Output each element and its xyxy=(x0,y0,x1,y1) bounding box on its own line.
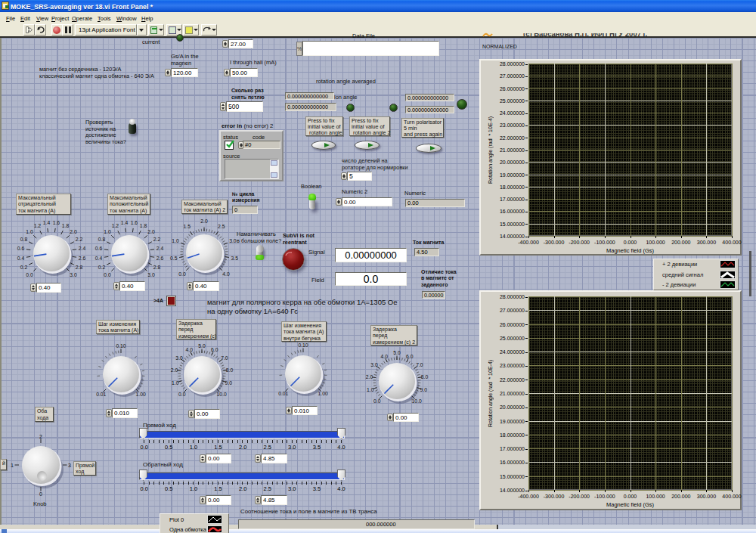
svg-text:0.6: 0.6 xyxy=(17,246,25,251)
svg-text:3.5: 3.5 xyxy=(231,256,238,261)
svg-text:6.0: 6.0 xyxy=(406,354,414,359)
svg-text:0.2: 0.2 xyxy=(20,265,28,270)
svg-text:2.6: 2.6 xyxy=(156,256,164,261)
svg-text:2.0: 2.0 xyxy=(366,374,373,380)
svg-text:7.0: 7.0 xyxy=(416,362,423,367)
svg-text:0.4: 0.4 xyxy=(95,256,103,261)
svg-text:4.0: 4.0 xyxy=(222,271,230,277)
svg-text:8.0: 8.0 xyxy=(226,367,234,373)
svg-text:7.0: 7.0 xyxy=(221,355,228,361)
svg-text:1.0: 1.0 xyxy=(172,238,179,243)
svg-text:1.4: 1.4 xyxy=(43,220,51,225)
svg-text:3.0: 3.0 xyxy=(370,362,378,367)
svg-text:3.0: 3.0 xyxy=(175,355,183,361)
svg-text:0.8: 0.8 xyxy=(98,237,106,242)
svg-text:0.8: 0.8 xyxy=(20,237,28,242)
svg-text:9.0: 9.0 xyxy=(420,387,427,392)
svg-text:1: 1 xyxy=(11,463,14,468)
svg-text:0.4: 0.4 xyxy=(17,256,25,261)
svg-text:2.4: 2.4 xyxy=(156,246,164,251)
svg-text:1.8: 1.8 xyxy=(62,223,70,228)
svg-text:0.0: 0.0 xyxy=(178,392,186,397)
svg-text:2.2: 2.2 xyxy=(153,237,161,242)
svg-text:0.0: 0.0 xyxy=(373,398,381,404)
svg-text:10.0: 10.0 xyxy=(217,392,227,397)
svg-text:1.4: 1.4 xyxy=(121,220,129,225)
svg-text:5.0: 5.0 xyxy=(198,343,206,349)
svg-text:1.00: 1.00 xyxy=(318,391,328,396)
svg-text:1.0: 1.0 xyxy=(26,229,33,234)
svg-text:0: 0 xyxy=(39,491,42,497)
svg-text:10.0: 10.0 xyxy=(412,398,422,404)
svg-text:0.0: 0.0 xyxy=(26,272,33,277)
svg-text:2.6: 2.6 xyxy=(79,256,86,261)
svg-text:1.0: 1.0 xyxy=(172,380,179,386)
svg-text:0.0: 0.0 xyxy=(178,271,186,277)
svg-text:5.0: 5.0 xyxy=(393,350,401,355)
svg-text:0.01: 0.01 xyxy=(96,392,106,397)
svg-text:1.5: 1.5 xyxy=(183,224,191,229)
svg-text:4.0: 4.0 xyxy=(380,354,388,359)
svg-text:2.0: 2.0 xyxy=(147,229,155,234)
svg-text:2.0: 2.0 xyxy=(171,367,178,373)
svg-text:2.8: 2.8 xyxy=(153,265,161,270)
svg-text:4.0: 4.0 xyxy=(185,347,193,352)
svg-text:2.0: 2.0 xyxy=(70,229,77,234)
svg-text:2.5: 2.5 xyxy=(218,224,225,229)
svg-text:3.0: 3.0 xyxy=(70,272,77,277)
svg-text:3.0: 3.0 xyxy=(229,238,237,243)
svg-text:1.6: 1.6 xyxy=(131,220,138,225)
svg-text:3.0: 3.0 xyxy=(147,272,155,277)
svg-text:0.2: 0.2 xyxy=(98,265,106,270)
svg-text:8.0: 8.0 xyxy=(421,374,429,380)
svg-text:0.10: 0.10 xyxy=(116,343,125,349)
svg-text:1.2: 1.2 xyxy=(34,223,42,228)
svg-text:9.0: 9.0 xyxy=(225,380,232,386)
svg-text:0.10: 0.10 xyxy=(298,342,308,348)
svg-text:1.0: 1.0 xyxy=(104,229,111,234)
svg-text:2.0: 2.0 xyxy=(200,218,208,224)
svg-text:0.5: 0.5 xyxy=(170,256,178,261)
svg-text:2.8: 2.8 xyxy=(76,265,83,270)
svg-text:1.6: 1.6 xyxy=(53,220,60,225)
svg-text:1.2: 1.2 xyxy=(112,223,119,228)
svg-text:2.4: 2.4 xyxy=(79,246,86,251)
svg-text:1.00: 1.00 xyxy=(136,392,146,397)
svg-text:6.0: 6.0 xyxy=(211,347,218,352)
svg-text:3: 3 xyxy=(68,463,71,468)
svg-text:2.2: 2.2 xyxy=(76,237,83,242)
svg-text:1.8: 1.8 xyxy=(140,223,147,228)
svg-text:0.01: 0.01 xyxy=(278,391,288,396)
svg-text:0.0: 0.0 xyxy=(104,272,111,277)
svg-text:2: 2 xyxy=(39,434,42,439)
svg-text:1.0: 1.0 xyxy=(367,387,374,392)
svg-text:0.6: 0.6 xyxy=(95,246,103,251)
